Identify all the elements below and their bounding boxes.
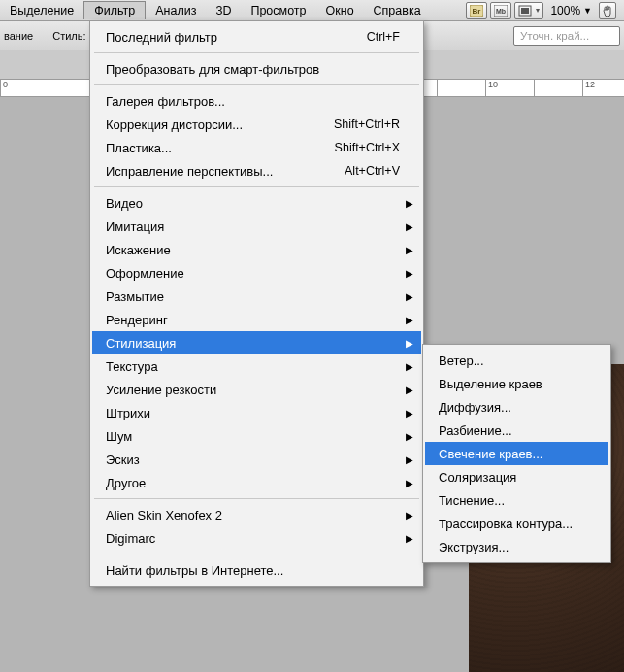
submenu-arrow-icon: ▶ bbox=[406, 510, 413, 521]
menu-select[interactable]: Выделение bbox=[0, 2, 83, 19]
filter-menu: Последний фильтр Ctrl+F Преобразовать дл… bbox=[89, 20, 424, 587]
menu-filter-gallery[interactable]: Галерея фильтров... bbox=[92, 89, 421, 113]
screen-mode-button[interactable] bbox=[514, 2, 543, 19]
svg-rect-5 bbox=[521, 8, 529, 14]
submenu-emboss[interactable]: Тиснение... bbox=[425, 488, 608, 512]
menu-smart-filters[interactable]: Преобразовать для смарт-фильтров bbox=[92, 57, 421, 81]
refine-edge-button[interactable]: Уточн. край... bbox=[513, 26, 620, 46]
submenu-find-edges[interactable]: Выделение краев bbox=[425, 372, 608, 395]
minibridge-icon: Mb bbox=[494, 5, 508, 17]
menu-pixelate[interactable]: Оформление▶ bbox=[92, 261, 421, 285]
submenu-arrow-icon: ▶ bbox=[406, 478, 413, 488]
submenu-arrow-icon: ▶ bbox=[406, 221, 413, 232]
menu-separator bbox=[94, 52, 419, 53]
submenu-arrow-icon: ▶ bbox=[406, 431, 413, 442]
svg-text:Mb: Mb bbox=[496, 8, 506, 15]
menu-help[interactable]: Справка bbox=[364, 2, 431, 19]
submenu-arrow-icon: ▶ bbox=[406, 198, 413, 209]
submenu-arrow-icon: ▶ bbox=[406, 291, 413, 302]
submenu-arrow-icon: ▶ bbox=[406, 245, 413, 255]
menu-view[interactable]: Просмотр bbox=[241, 2, 315, 19]
hand-icon bbox=[602, 5, 613, 17]
submenu-solarize[interactable]: Соляризация bbox=[425, 465, 608, 488]
menu-separator bbox=[94, 554, 419, 554]
menu-filter[interactable]: Фильтр bbox=[83, 1, 146, 19]
toolbar-right: Br Mb 100% ▼ bbox=[466, 2, 616, 19]
menu-separator bbox=[94, 498, 419, 499]
submenu-extrude[interactable]: Экструзия... bbox=[425, 535, 608, 558]
screen-mode-icon bbox=[518, 5, 540, 17]
submenu-glowing-edges[interactable]: Свечение краев... bbox=[425, 442, 608, 465]
menu-brush-strokes[interactable]: Штрихи▶ bbox=[92, 401, 421, 424]
svg-text:Br: Br bbox=[473, 7, 481, 16]
menu-blur[interactable]: Размытие▶ bbox=[92, 285, 421, 308]
zoom-value: 100% bbox=[550, 4, 580, 17]
submenu-arrow-icon: ▶ bbox=[406, 385, 413, 395]
menu-noise[interactable]: Шум▶ bbox=[92, 424, 421, 448]
submenu-arrow-icon: ▶ bbox=[406, 361, 413, 372]
submenu-diffuse[interactable]: Диффузия... bbox=[425, 395, 608, 419]
menu-liquify[interactable]: Пластика... Shift+Ctrl+X bbox=[92, 136, 421, 159]
menu-digimarc[interactable]: Digimarc▶ bbox=[92, 526, 421, 550]
menu-lens-correction[interactable]: Коррекция дисторсии... Shift+Ctrl+R bbox=[92, 113, 421, 136]
submenu-arrow-icon: ▶ bbox=[406, 533, 413, 544]
menu-sharpen[interactable]: Усиление резкости▶ bbox=[92, 378, 421, 401]
refine-edge-label: Уточн. край... bbox=[520, 30, 589, 42]
submenu-arrow-icon: ▶ bbox=[406, 454, 413, 465]
zoom-display[interactable]: 100% ▼ bbox=[546, 4, 596, 17]
menu-artistic[interactable]: Имитация▶ bbox=[92, 215, 421, 238]
stylize-submenu: Ветер... Выделение краев Диффузия... Раз… bbox=[422, 344, 611, 563]
menu-distort[interactable]: Искажение▶ bbox=[92, 238, 421, 261]
menu-alien-skin[interactable]: Alien Skin Xenofex 2▶ bbox=[92, 503, 421, 526]
submenu-arrow-icon: ▶ bbox=[406, 408, 413, 419]
submenu-tiles[interactable]: Разбиение... bbox=[425, 419, 608, 442]
menu-analysis[interactable]: Анализ bbox=[146, 2, 206, 19]
menu-video[interactable]: Видео▶ bbox=[92, 191, 421, 215]
hand-tool-button[interactable] bbox=[599, 2, 616, 19]
minibridge-button[interactable]: Mb bbox=[490, 2, 511, 19]
menu-separator bbox=[94, 186, 419, 187]
bridge-icon: Br bbox=[470, 5, 483, 17]
submenu-wind[interactable]: Ветер... bbox=[425, 349, 608, 372]
opt-preset-label: вание bbox=[4, 30, 33, 42]
menu-vanishing-point[interactable]: Исправление перспективы... Alt+Ctrl+V bbox=[92, 159, 421, 183]
menu-3d[interactable]: 3D bbox=[206, 2, 241, 19]
menu-window[interactable]: Окно bbox=[316, 2, 364, 19]
submenu-arrow-icon: ▶ bbox=[406, 268, 413, 279]
opt-style-label: Стиль: bbox=[52, 30, 85, 42]
menu-sketch[interactable]: Эскиз▶ bbox=[92, 448, 421, 471]
bridge-button[interactable]: Br bbox=[466, 2, 487, 19]
menu-texture[interactable]: Текстура▶ bbox=[92, 354, 421, 378]
menu-stylize[interactable]: Стилизация▶ bbox=[92, 331, 421, 354]
submenu-arrow-icon: ▶ bbox=[406, 338, 413, 349]
menu-last-filter[interactable]: Последний фильтр Ctrl+F bbox=[92, 25, 421, 49]
menu-other[interactable]: Другое▶ bbox=[92, 471, 421, 494]
menu-separator bbox=[94, 84, 419, 85]
submenu-arrow-icon: ▶ bbox=[406, 315, 413, 325]
chevron-down-icon: ▼ bbox=[583, 6, 592, 16]
menu-render[interactable]: Рендеринг▶ bbox=[92, 308, 421, 331]
submenu-trace-contour[interactable]: Трассировка контура... bbox=[425, 512, 608, 535]
menu-browse-filters[interactable]: Найти фильтры в Интернете... bbox=[92, 558, 421, 582]
